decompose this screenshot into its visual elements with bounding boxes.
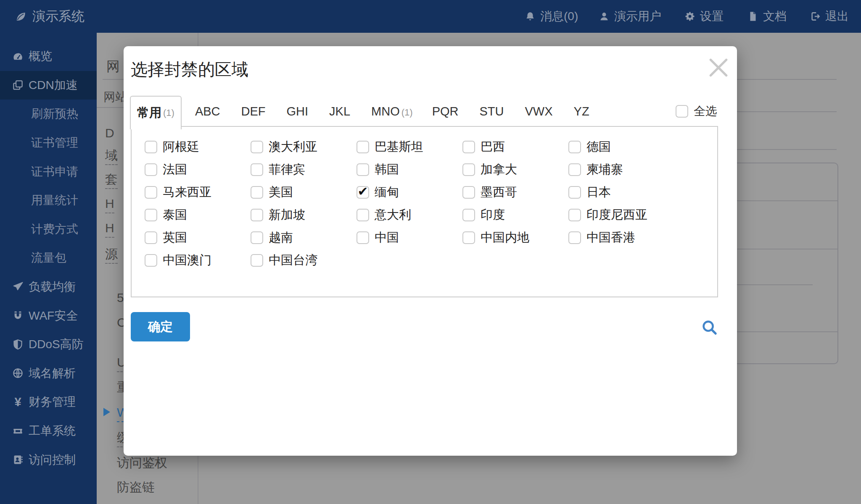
sidebar-item-13[interactable]: ¥财务管理 <box>0 388 97 417</box>
region-option[interactable]: 菲律宾 <box>251 163 317 176</box>
checkbox-unchecked[interactable] <box>251 141 263 153</box>
tab-label: PQR <box>432 105 459 118</box>
checkbox-unchecked[interactable] <box>251 209 263 221</box>
region-option[interactable]: 澳大利亚 <box>251 141 317 153</box>
bg-menu-fragment: 域 <box>105 149 118 165</box>
checkbox-unchecked[interactable] <box>568 163 581 176</box>
sidebar-item-10[interactable]: WAF安全 <box>0 301 97 330</box>
region-option[interactable]: 泰国 <box>145 209 211 221</box>
region-option[interactable]: 中国澳门 <box>145 254 211 267</box>
tab-PQR[interactable]: PQR <box>423 105 470 118</box>
tab-ABC[interactable]: ABC <box>185 105 232 118</box>
checkbox-unchecked[interactable] <box>462 186 475 199</box>
region-label: 加拿大 <box>481 161 517 178</box>
tab-JKL[interactable]: JKL <box>320 105 362 118</box>
region-option[interactable]: 新加坡 <box>251 209 317 221</box>
checkbox-unchecked[interactable] <box>462 141 475 153</box>
sidebar-item-8[interactable]: 流量包 <box>0 244 97 273</box>
region-option[interactable]: 加拿大 <box>462 163 529 176</box>
checkbox-unchecked[interactable] <box>251 186 263 199</box>
checkbox-unchecked[interactable] <box>251 254 263 267</box>
sidebar-item-11[interactable]: DDoS高防 <box>0 330 97 359</box>
sidebar-item-9[interactable]: 负载均衡 <box>0 273 97 302</box>
checkbox-unchecked[interactable] <box>145 163 157 176</box>
checkbox-unchecked[interactable] <box>145 231 157 244</box>
sidebar-item-1[interactable]: 概览 <box>0 42 97 71</box>
tab-STU[interactable]: STU <box>470 105 515 118</box>
sidebar-item-3[interactable]: 刷新预热 <box>0 100 97 129</box>
checkbox-unchecked[interactable] <box>568 231 581 244</box>
region-option[interactable]: 印度 <box>462 209 529 221</box>
region-option[interactable]: 巴西 <box>462 141 529 153</box>
checkbox-unchecked[interactable] <box>462 209 475 221</box>
sidebar-item-7[interactable]: 计费方式 <box>0 215 97 244</box>
checkbox-unchecked[interactable] <box>357 163 369 176</box>
tab-YZ[interactable]: YZ <box>564 105 601 118</box>
checkbox-unchecked[interactable] <box>462 231 475 244</box>
region-option[interactable]: 中国香港 <box>568 231 647 244</box>
tab-DEF[interactable]: DEF <box>232 105 277 118</box>
checkbox-checked[interactable]: ✔ <box>357 186 369 199</box>
region-option[interactable]: 柬埔寨 <box>568 163 647 176</box>
sidebar-item-15[interactable]: 访问控制 <box>0 445 97 474</box>
region-column-1: 阿根廷法国马来西亚泰国英国中国澳门 <box>145 141 211 277</box>
letter-tabs: 常用(1)ABCDEFGHIJKLMNO(1)PQRSTUVWXYZ <box>130 96 601 127</box>
region-option[interactable]: 墨西哥 <box>462 186 529 199</box>
tab-常用[interactable]: 常用(1) <box>130 96 182 129</box>
region-option[interactable]: 巴基斯坦 <box>357 141 423 153</box>
sidebar-item-4[interactable]: 证书管理 <box>0 129 97 158</box>
region-option[interactable]: 印度尼西亚 <box>568 209 647 221</box>
tab-label: JKL <box>329 105 350 118</box>
region-option[interactable]: 英国 <box>145 231 211 244</box>
nav-item-3[interactable]: 设置 <box>684 0 724 33</box>
region-option[interactable]: 德国 <box>568 141 647 153</box>
region-option[interactable]: 阿根廷 <box>145 141 211 153</box>
region-option[interactable]: 中国台湾 <box>251 254 317 267</box>
tab-GHI[interactable]: GHI <box>277 105 320 118</box>
sidebar-item-14[interactable]: 工单系统 <box>0 417 97 446</box>
checkbox-unchecked[interactable] <box>568 141 581 153</box>
checkbox-unchecked[interactable] <box>145 254 157 267</box>
brand[interactable]: 演示系统 <box>15 0 85 33</box>
region-option[interactable]: 中国 <box>357 231 423 244</box>
region-option[interactable]: 中国内地 <box>462 231 529 244</box>
search-button[interactable] <box>700 318 720 338</box>
region-option[interactable]: 马来西亚 <box>145 186 211 199</box>
nav-item-4[interactable]: 文档 <box>747 0 787 33</box>
region-label: 美国 <box>269 184 293 201</box>
nav-item-5[interactable]: 退出 <box>810 0 849 33</box>
region-option[interactable]: 意大利 <box>357 209 423 221</box>
region-option[interactable]: 法国 <box>145 163 211 176</box>
sidebar-item-5[interactable]: 证书申请 <box>0 157 97 186</box>
checkbox-unchecked[interactable] <box>145 209 157 221</box>
checkbox-unchecked[interactable] <box>251 231 263 244</box>
nav-item-1[interactable]: 消息(0) <box>525 0 578 33</box>
nav-item-2[interactable]: 演示用户 <box>599 0 661 33</box>
checkbox-unchecked[interactable] <box>462 163 475 176</box>
region-option[interactable]: 越南 <box>251 231 317 244</box>
region-option[interactable]: 日本 <box>568 186 647 199</box>
checkbox-unchecked[interactable] <box>357 231 369 244</box>
tab-VWX[interactable]: VWX <box>515 105 564 118</box>
region-option[interactable]: 美国 <box>251 186 317 199</box>
search-icon <box>701 319 719 337</box>
region-label: 英国 <box>163 229 187 246</box>
checkbox-unchecked[interactable] <box>251 163 263 176</box>
checkbox-unchecked[interactable] <box>145 141 157 153</box>
tab-MNO[interactable]: MNO(1) <box>362 105 423 118</box>
close-button[interactable] <box>705 55 732 81</box>
bg-menu-fragment: 套 <box>105 173 118 189</box>
checkbox-unchecked[interactable] <box>568 186 581 199</box>
select-all-checkbox[interactable] <box>676 105 688 118</box>
checkbox-unchecked[interactable] <box>357 209 369 221</box>
confirm-button[interactable]: 确定 <box>131 312 190 341</box>
checkbox-unchecked[interactable] <box>145 186 157 199</box>
region-option[interactable]: ✔缅甸 <box>357 186 423 199</box>
sidebar-item-6[interactable]: 用量统计 <box>0 186 97 215</box>
sidebar-item-2[interactable]: CDN加速 <box>0 71 97 100</box>
region-option[interactable]: 韩国 <box>357 163 423 176</box>
checkbox-unchecked[interactable] <box>357 141 369 153</box>
sidebar-item-12[interactable]: 域名解析 <box>0 359 97 388</box>
checkbox-unchecked[interactable] <box>568 209 581 221</box>
sign-out-icon <box>810 11 821 22</box>
